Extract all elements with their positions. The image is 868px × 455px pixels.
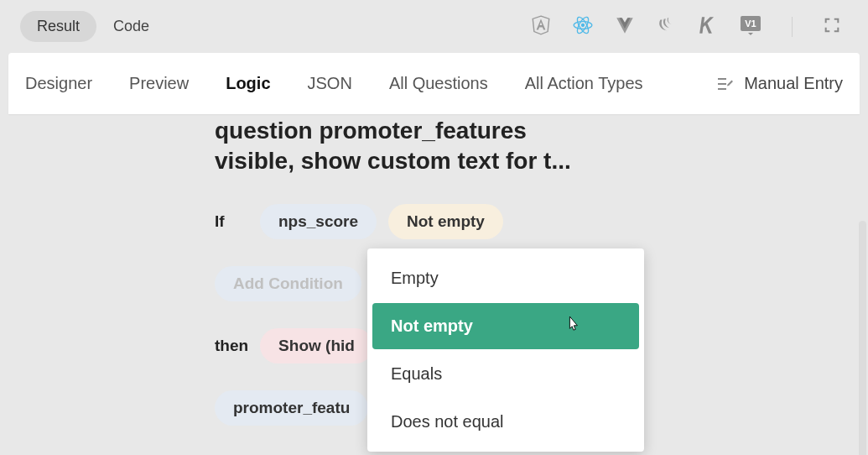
rule-title-line2: visible, show custom text for t...: [215, 146, 860, 176]
react-icon[interactable]: [572, 14, 594, 39]
tab-all-action-types[interactable]: All Action Types: [525, 74, 643, 93]
dropdown-item-equals[interactable]: Equals: [372, 351, 639, 397]
divider: [792, 17, 793, 37]
tab-designer[interactable]: Designer: [25, 74, 92, 93]
angular-icon[interactable]: [530, 14, 552, 39]
dropdown-item-does-not-equal[interactable]: Does not equal: [372, 399, 639, 445]
tab-logic[interactable]: Logic: [226, 74, 270, 93]
cursor-icon: [565, 315, 580, 333]
tab-all-questions[interactable]: All Questions: [389, 74, 488, 93]
svg-point-0: [581, 23, 585, 26]
code-tab[interactable]: Code: [96, 11, 166, 42]
dropdown-item-label: Not empty: [391, 316, 473, 335]
manual-entry-label: Manual Entry: [744, 74, 843, 93]
vue-icon[interactable]: [614, 14, 636, 39]
dropdown-item-empty[interactable]: Empty: [372, 255, 639, 301]
action-chip[interactable]: Show (hid: [260, 328, 373, 363]
condition-operator-chip[interactable]: Not empty: [388, 204, 503, 239]
if-label: If: [215, 212, 248, 231]
manual-entry-button[interactable]: Manual Entry: [715, 74, 843, 94]
k-icon[interactable]: [698, 14, 720, 39]
dropdown-item-not-empty[interactable]: Not empty: [372, 303, 639, 349]
result-tab[interactable]: Result: [20, 11, 96, 42]
scrollbar[interactable]: [859, 221, 866, 455]
then-label: then: [215, 337, 248, 355]
target-chip[interactable]: promoter_featu: [215, 390, 368, 426]
svg-text:V1: V1: [745, 18, 756, 29]
condition-variable-chip[interactable]: nps_score: [260, 204, 377, 239]
rule-title-line1: question promoter_features: [215, 116, 860, 146]
jquery-icon[interactable]: [656, 14, 678, 39]
tab-json[interactable]: JSON: [308, 74, 352, 93]
expand-icon[interactable]: [823, 16, 841, 38]
add-condition-button[interactable]: Add Condition: [215, 266, 361, 301]
operator-dropdown[interactable]: Empty Not empty Equals Does not equal: [367, 248, 644, 452]
tab-preview[interactable]: Preview: [129, 74, 189, 93]
v1-badge-icon[interactable]: V1: [740, 14, 761, 39]
